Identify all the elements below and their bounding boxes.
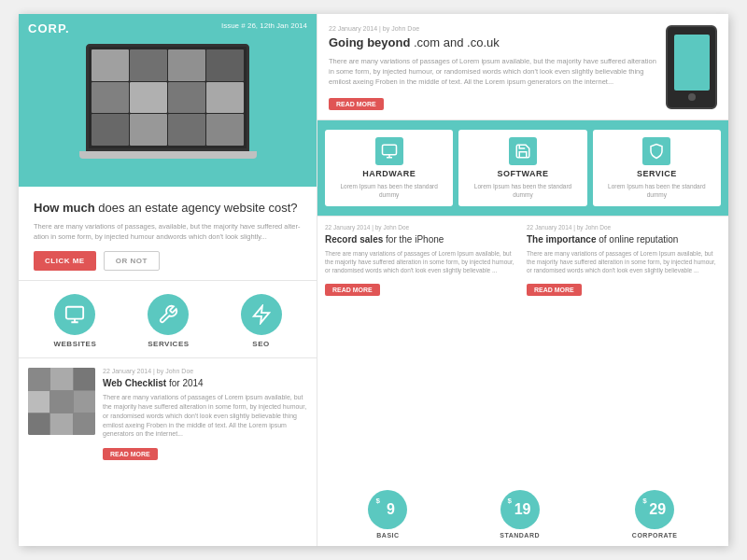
issue-label: Issue # 26, 12th Jan 2014 [221,21,307,30]
thumb-cell [50,413,72,435]
bottom-article-2-title-strong: The importance [527,234,596,245]
bottom-article-1: 22 January 2014 | by John Doe Record sal… [325,224,519,479]
bottom-articles: 22 January 2014 | by John Doe Record sal… [317,217,728,486]
thumb-cell [28,391,49,413]
hardware-name: HARDWARE [362,169,416,178]
price-amount-basic: 9 [387,501,395,518]
price-item-standard: $ 19 STANDARD [500,490,540,539]
thumb-cell [74,413,95,435]
service-card-hardware: HARDWARE Lorem Ipsum has been the standa… [325,130,453,206]
bottom-article-1-meta: 22 January 2014 | by John Doe [325,224,519,231]
price-amount-standard: 19 [514,501,531,518]
laptop-cell [168,82,205,114]
bottom-article-2-title: The importance of online reputation [527,233,721,245]
article-content: 22 January 2014 | by John Doe Going beyo… [329,25,658,110]
icons-row: WEBSITES SERVICES SEO [19,281,317,358]
services-icon [148,294,189,335]
price-superscript-standard: $ [508,497,512,505]
cta-subtext: There are many variations of passages, a… [34,222,302,242]
laptop-cell [168,114,205,146]
blog-read-more-button[interactable]: READ MORE [103,448,158,460]
price-circle-corporate: $ 29 [635,490,674,529]
article-title-strong: Going beyond [329,35,410,49]
click-me-button[interactable]: CLICK ME [34,251,96,271]
thumb-cell [74,368,95,389]
or-not-button[interactable]: OR NOT [104,251,160,271]
phone-graphic [666,25,717,109]
services-label: SERVICES [148,340,189,348]
bottom-article-2: 22 January 2014 | by John Doe The import… [527,224,721,479]
cta-heading: How much does an estate agency website c… [34,200,302,217]
laptop-cell [206,82,244,114]
hardware-icon [375,137,403,165]
svg-rect-0 [66,307,83,319]
blog-preview: 22 January 2014 | by John Doe Web Checkl… [19,358,317,546]
thumb-cell [28,413,49,435]
bottom-article-1-title-rest: for the iPhone [383,234,444,245]
blog-text: There are many variations of passages of… [103,393,307,439]
right-column: 22 January 2014 | by John Doe Going beyo… [317,14,728,546]
article-meta: 22 January 2014 | by John Doe [329,25,658,32]
cta-buttons: CLICK ME OR NOT [34,251,302,271]
bottom-article-2-read-more[interactable]: READ MORE [527,284,582,296]
laptop-base [79,151,257,159]
price-superscript-basic: $ [375,497,379,505]
bottom-article-1-title-strong: Record sales [325,234,383,245]
blog-thumbnail [28,368,95,435]
laptop-cell [206,114,244,146]
phone-screen [674,35,710,91]
blog-title: Web Checklist for 2014 [103,377,307,389]
laptop-cell [130,82,167,114]
software-desc: Lorem Ipsum has been the standard dummy [464,182,581,199]
icon-item-websites[interactable]: WEBSITES [53,294,96,348]
software-icon [509,137,537,165]
cta-heading-rest: does an estate agency website cost? [98,201,297,215]
cta-heading-strong: How much [34,201,95,215]
hero-section: CORP. Issue # 26, 12th Jan 2014 [19,14,317,187]
icon-item-seo[interactable]: SEO [241,294,282,348]
cta-section: How much does an estate agency website c… [19,187,317,281]
service-desc: Lorem Ipsum has been the standard dummy [599,182,715,199]
software-name: SOFTWARE [497,169,548,178]
price-item-corporate: $ 29 CORPORATE [632,490,678,539]
laptop-screen [86,44,249,151]
service-card-icon [642,137,670,165]
websites-icon [54,294,95,335]
article-title: Going beyond .com and .co.uk [329,35,658,51]
article-read-more-button[interactable]: READ MORE [329,98,384,110]
corp-logo: CORP. [28,21,70,35]
price-amount-corporate: 29 [649,501,666,518]
pricing-row: $ 9 BASIC $ 19 STANDARD $ 29 CORPORATE [317,486,728,546]
thumb-cell [50,368,72,389]
service-card-software: SOFTWARE Lorem Ipsum has been the standa… [458,130,586,206]
blog-title-strong: Web Checklist [103,378,166,388]
laptop-cell [206,49,244,81]
thumb-cell [74,391,95,413]
page-wrapper: CORP. Issue # 26, 12th Jan 2014 [19,14,728,546]
laptop-cell [92,114,129,146]
websites-label: WEBSITES [53,340,96,348]
icon-item-services[interactable]: SERVICES [148,294,189,348]
laptop-graphic [75,44,261,175]
price-superscript-corporate: $ [642,497,646,505]
price-item-basic: $ 9 BASIC [368,490,407,539]
price-label-standard: STANDARD [500,532,540,539]
blog-content: 22 January 2014 | by John Doe Web Checkl… [103,368,307,537]
article-text: There are many variations of passages of… [329,56,658,88]
price-circle-standard: $ 19 [500,490,540,529]
laptop-cell [130,114,167,146]
seo-icon [241,294,282,335]
price-label-corporate: CORPORATE [632,532,678,539]
bottom-article-1-read-more[interactable]: READ MORE [325,284,380,296]
laptop-cell [168,49,205,81]
price-label-basic: BASIC [376,532,399,539]
service-name: SERVICE [637,169,677,178]
bottom-article-1-text: There are many variations of passages of… [325,249,519,274]
phone-button [688,93,696,101]
bottom-article-2-text: There are many variations of passages of… [527,249,721,274]
bottom-article-2-meta: 22 January 2014 | by John Doe [527,224,721,231]
svg-rect-1 [382,145,396,155]
article-title-rest: .com and .co.uk [410,35,499,49]
blog-title-rest: for 2014 [166,378,203,388]
seo-label: SEO [252,340,269,348]
